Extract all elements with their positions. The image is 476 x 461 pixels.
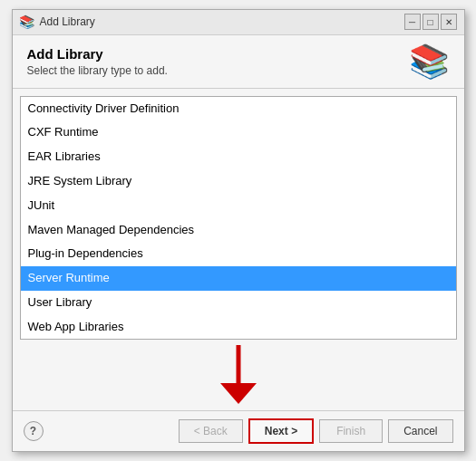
close-button[interactable]: ✕ [441,14,457,30]
list-item[interactable]: JRE System Library [21,169,456,194]
list-item[interactable]: EAR Libraries [21,145,456,169]
header-title: Add Library [27,46,168,62]
list-item[interactable]: Web App Libraries [21,315,456,340]
title-bar: 📚 Add Library ─ □ ✕ [13,10,464,35]
footer-section: ? < Back Next > Finish Cancel [13,410,464,451]
cancel-button[interactable]: Cancel [388,419,452,443]
header-subtitle: Select the library type to add. [27,64,168,77]
finish-button[interactable]: Finish [319,419,383,443]
add-library-dialog: 📚 Add Library ─ □ ✕ Add Library Select t… [12,9,465,453]
list-item[interactable]: Maven Managed Dependencies [21,218,456,243]
list-item[interactable]: Plug-in Dependencies [21,242,456,266]
library-icon: 📚 [409,43,450,81]
list-item[interactable]: User Library [21,291,456,315]
list-item[interactable]: Connectivity Driver Definition [21,97,456,121]
help-button[interactable]: ? [24,421,44,441]
title-bar-text: Add Library [40,15,399,28]
next-button[interactable]: Next > [248,418,314,444]
list-item[interactable]: JUnit [21,194,456,218]
svg-marker-1 [220,383,257,404]
back-button[interactable]: < Back [179,419,243,443]
dialog-icon: 📚 [20,14,34,29]
library-list[interactable]: Connectivity Driver DefinitionCXF Runtim… [20,96,457,341]
arrow-area [20,340,457,403]
minimize-button[interactable]: ─ [404,14,421,30]
header-text: Add Library Select the library type to a… [27,46,168,77]
header-section: Add Library Select the library type to a… [13,35,464,89]
arrow-icon [202,345,275,404]
list-item[interactable]: CXF Runtime [21,120,456,145]
maximize-button[interactable]: □ [423,14,439,30]
title-bar-controls: ─ □ ✕ [404,14,457,30]
list-item[interactable]: Server Runtime [21,266,456,291]
content-section: Connectivity Driver DefinitionCXF Runtim… [13,89,464,411]
